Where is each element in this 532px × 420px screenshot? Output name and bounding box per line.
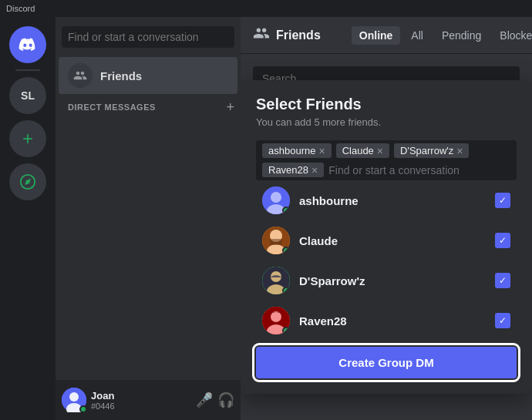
tag-dsparrow[interactable]: D'Sparrow'z × (394, 143, 469, 158)
main-content: Friends Online All Pending Blocked ONLIN… (241, 17, 532, 420)
friend-item-claude[interactable]: Claude ✓ (256, 220, 517, 260)
friend-check-ashbourne[interactable]: ✓ (495, 193, 510, 208)
dm-search-input[interactable] (62, 26, 234, 48)
add-server-icon[interactable]: + (9, 120, 46, 157)
dm-sidebar: Friends DIRECT MESSAGES + Joan #0446 � (56, 17, 241, 420)
discord-home-icon[interactable] (9, 26, 46, 63)
tag-raven28-label: Raven28 (268, 164, 308, 176)
create-group-dm-button[interactable]: Create Group DM (256, 347, 517, 378)
user-controls: 🎤 🎧 (196, 391, 234, 408)
user-info: Joan #0446 (91, 390, 191, 411)
dm-header: DIRECT MESSAGES + (56, 94, 241, 117)
friend-name-dsparrow: D'Sparrow'z (299, 274, 495, 287)
app-title: Discord (6, 4, 35, 13)
friend-list: ashbourne ✓ (256, 180, 517, 334)
user-discriminator: #0446 (91, 402, 191, 411)
dm-add-button[interactable]: + (226, 100, 234, 114)
tab-pending[interactable]: Pending (434, 26, 489, 45)
avatar-claude (262, 227, 290, 254)
nav-friends-title: Friends (276, 29, 321, 42)
dm-search-area (56, 17, 241, 57)
tag-raven28[interactable]: Raven28 × (262, 163, 324, 177)
status-dot (79, 405, 87, 413)
tag-claude-label: Claude (342, 145, 374, 156)
modal-search-input[interactable] (328, 164, 510, 176)
user-name: Joan (91, 390, 191, 402)
tab-blocked[interactable]: Blocked (492, 26, 532, 45)
friend-name-claude: Claude (299, 234, 495, 247)
ashbourne-status (282, 207, 290, 214)
user-area: Joan #0446 🎤 🎧 (56, 380, 241, 420)
friend-name-ashbourne: ashbourne (299, 194, 495, 207)
friend-item-dsparrow[interactable]: D'Sparrow'z ✓ (256, 260, 517, 301)
avatar-ashbourne (262, 186, 290, 214)
server-sidebar: SL + (0, 17, 56, 420)
friends-label: Friends (100, 69, 142, 82)
tag-ashbourne-label: ashbourne (268, 145, 315, 156)
friends-nav-icon (253, 25, 270, 45)
friend-check-dsparrow[interactable]: ✓ (495, 273, 510, 288)
server-sl-label: SL (21, 89, 35, 102)
tag-dsparrow-label: D'Sparrow'z (400, 145, 453, 156)
modal-title: Select Friends (256, 96, 517, 113)
friends-area: ONLINE — 1 Select Friends You can add 5 … (241, 54, 532, 420)
explore-icon[interactable] (9, 163, 46, 200)
tag-ashbourne[interactable]: ashbourne × (262, 143, 332, 158)
dsparrow-status (282, 287, 290, 294)
server-icon-sl[interactable]: SL (9, 77, 46, 114)
friend-check-claude[interactable]: ✓ (495, 233, 510, 248)
friend-item-ashbourne[interactable]: ashbourne ✓ (256, 180, 517, 220)
svg-point-5 (271, 192, 281, 203)
dm-list (56, 117, 241, 380)
tag-claude-remove[interactable]: × (377, 146, 383, 156)
svg-point-2 (69, 392, 79, 402)
avatar-raven28 (262, 307, 290, 334)
dm-header-label: DIRECT MESSAGES (68, 102, 156, 112)
headset-button[interactable]: 🎧 (217, 391, 234, 408)
title-bar: Discord (0, 0, 532, 17)
friend-name-raven28: Raven28 (299, 314, 495, 328)
modal-input-row: ashbourne × Claude × D'Sparrow'z × Rav (256, 140, 517, 180)
claude-status (282, 247, 290, 254)
server-divider (15, 69, 40, 71)
tag-claude[interactable]: Claude × (336, 143, 389, 158)
select-friends-modal: Select Friends You can add 5 more friend… (241, 80, 532, 394)
tab-all[interactable]: All (403, 26, 431, 45)
tag-raven28-remove[interactable]: × (311, 165, 318, 176)
mic-button[interactable]: 🎤 (196, 391, 213, 408)
top-nav: Friends Online All Pending Blocked (241, 17, 532, 54)
avatar-dsparrow (262, 267, 290, 294)
modal-subtitle: You can add 5 more friends. (256, 116, 517, 128)
app-layout: SL + Friends DIRECT MESSAGES + (0, 17, 532, 420)
friend-item-raven28[interactable]: Raven28 ✓ (256, 301, 517, 334)
friends-dm-item[interactable]: Friends (59, 57, 237, 94)
svg-rect-10 (270, 239, 282, 245)
add-label: + (22, 128, 33, 150)
friend-check-raven28[interactable]: ✓ (495, 313, 510, 328)
tab-online[interactable]: Online (352, 26, 401, 45)
avatar (62, 388, 86, 412)
modal-overlay: Select Friends You can add 5 more friend… (241, 54, 532, 420)
tag-dsparrow-remove[interactable]: × (456, 146, 463, 156)
tag-ashbourne-remove[interactable]: × (318, 146, 325, 156)
friends-icon (68, 63, 93, 88)
raven28-status (282, 327, 290, 334)
